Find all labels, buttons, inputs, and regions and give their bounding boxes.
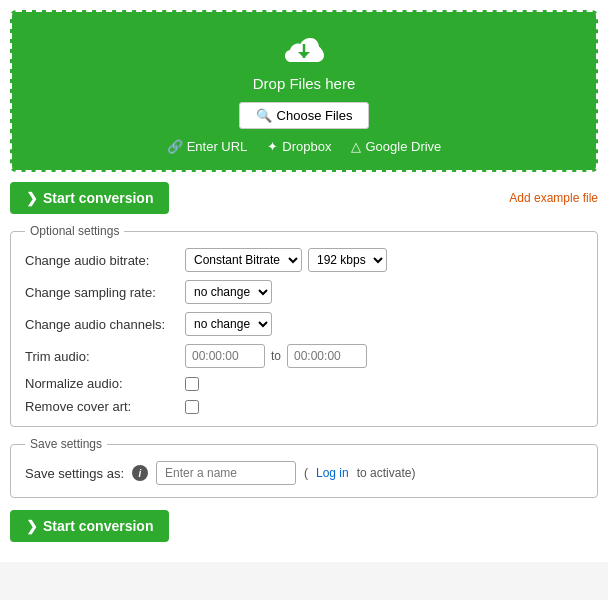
start-conversion-label-top: Start conversion	[43, 190, 153, 206]
toolbar-row: ❯ Start conversion Add example file	[10, 182, 598, 214]
dropbox-link[interactable]: ✦ Dropbox	[267, 139, 331, 154]
save-row: Save settings as: i ( Log in to activate…	[25, 461, 583, 485]
add-example-link[interactable]: Add example file	[509, 191, 598, 205]
bitrate-controls: Constant Bitrate Variable Bitrate 192 kb…	[185, 248, 387, 272]
login-note-open: (	[304, 466, 308, 480]
channels-controls: no change mono stereo	[185, 312, 272, 336]
save-label: Save settings as:	[25, 466, 124, 481]
sampling-label: Change sampling rate:	[25, 285, 185, 300]
optional-settings-fieldset: Optional settings Change audio bitrate: …	[10, 224, 598, 427]
start-conversion-button-bottom[interactable]: ❯ Start conversion	[10, 510, 169, 542]
login-note-close: to activate)	[357, 466, 416, 480]
normalize-label: Normalize audio:	[25, 376, 185, 391]
start-conversion-label-bottom: Start conversion	[43, 518, 153, 534]
login-link[interactable]: Log in	[316, 466, 349, 480]
remove-cover-controls	[185, 400, 199, 414]
trim-audio-row: Trim audio: to	[25, 344, 583, 368]
link-icon: 🔗	[167, 139, 183, 154]
remove-cover-label: Remove cover art:	[25, 399, 185, 414]
bottom-toolbar-row: ❯ Start conversion	[10, 510, 598, 542]
sampling-select[interactable]: no change 8000 Hz 11025 Hz 22050 Hz 4410…	[185, 280, 272, 304]
normalize-audio-row: Normalize audio:	[25, 376, 583, 391]
drop-text: Drop Files here	[22, 75, 586, 92]
remove-cover-checkbox[interactable]	[185, 400, 199, 414]
google-drive-icon: △	[351, 139, 361, 154]
cloud-upload-icon	[278, 30, 330, 72]
trim-from-input[interactable]	[185, 344, 265, 368]
page-wrapper: Drop Files here 🔍 Choose Files 🔗 Enter U…	[0, 0, 608, 562]
to-label: to	[271, 349, 281, 363]
save-settings-fieldset: Save settings Save settings as: i ( Log …	[10, 437, 598, 498]
sampling-controls: no change 8000 Hz 11025 Hz 22050 Hz 4410…	[185, 280, 272, 304]
channels-label: Change audio channels:	[25, 317, 185, 332]
choose-files-label: Choose Files	[277, 108, 353, 123]
normalize-controls	[185, 377, 199, 391]
start-conversion-button-top[interactable]: ❯ Start conversion	[10, 182, 169, 214]
google-drive-link[interactable]: △ Google Drive	[351, 139, 441, 154]
trim-to-input[interactable]	[287, 344, 367, 368]
bitrate-row: Change audio bitrate: Constant Bitrate V…	[25, 248, 583, 272]
info-icon: i	[132, 465, 148, 481]
start-chevron-icon-bottom: ❯	[26, 518, 38, 534]
drop-zone: Drop Files here 🔍 Choose Files 🔗 Enter U…	[10, 10, 598, 172]
trim-controls: to	[185, 344, 367, 368]
remove-cover-row: Remove cover art:	[25, 399, 583, 414]
optional-settings-legend: Optional settings	[25, 224, 124, 238]
drop-links: 🔗 Enter URL ✦ Dropbox △ Google Drive	[22, 139, 586, 154]
normalize-checkbox[interactable]	[185, 377, 199, 391]
save-settings-legend: Save settings	[25, 437, 107, 451]
sampling-rate-row: Change sampling rate: no change 8000 Hz …	[25, 280, 583, 304]
bitrate-label: Change audio bitrate:	[25, 253, 185, 268]
start-chevron-icon: ❯	[26, 190, 38, 206]
enter-url-link[interactable]: 🔗 Enter URL	[167, 139, 248, 154]
bitrate-type-select[interactable]: Constant Bitrate Variable Bitrate	[185, 248, 302, 272]
channels-select[interactable]: no change mono stereo	[185, 312, 272, 336]
save-name-input[interactable]	[156, 461, 296, 485]
choose-files-button[interactable]: 🔍 Choose Files	[239, 102, 370, 129]
search-icon: 🔍	[256, 108, 272, 123]
audio-channels-row: Change audio channels: no change mono st…	[25, 312, 583, 336]
trim-label: Trim audio:	[25, 349, 185, 364]
dropbox-icon: ✦	[267, 139, 278, 154]
bitrate-kbps-select[interactable]: 192 kbps 128 kbps 256 kbps 320 kbps	[308, 248, 387, 272]
